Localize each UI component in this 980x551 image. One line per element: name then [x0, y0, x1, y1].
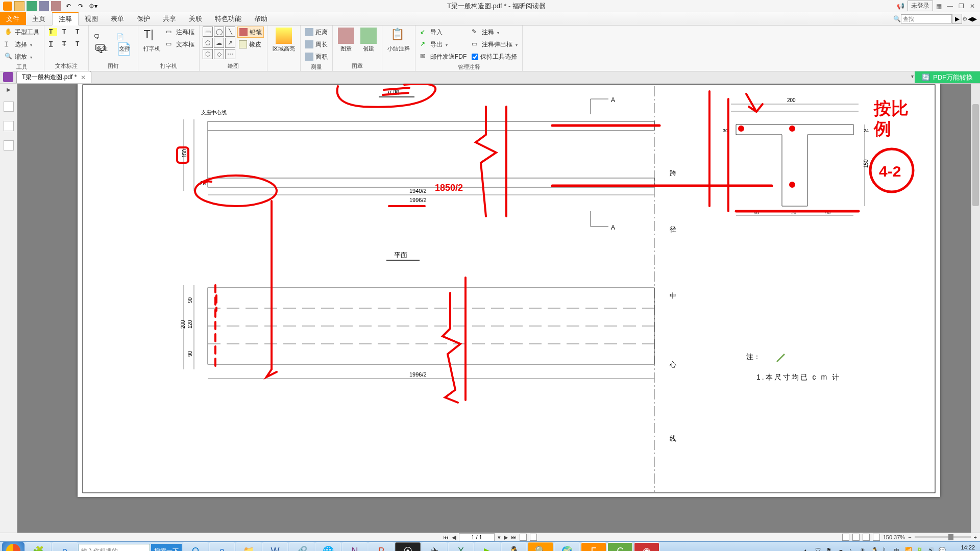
redo-icon[interactable] — [76, 1, 86, 11]
taskbar-powerpoint[interactable]: P — [369, 542, 394, 551]
vertical-scrollbar[interactable] — [971, 84, 980, 533]
login-button[interactable]: 未登录 — [908, 1, 933, 11]
minimize-button[interactable]: — — [944, 3, 955, 10]
taskbar-ie[interactable]: e — [52, 542, 78, 551]
taskbar-qq[interactable]: 🐧 — [501, 542, 527, 551]
mail-fdf-button[interactable]: 邮件发送FDF — [419, 51, 468, 62]
print-icon[interactable] — [39, 1, 49, 11]
page-viewer[interactable]: 跨 径 中 心 线 150 28 支座中心线 1940/2 1996/2 — [17, 84, 971, 533]
pencil-button[interactable]: 铅笔 — [237, 27, 264, 38]
taskbar-browser[interactable]: 🌐 — [315, 542, 341, 551]
taskbar-ie2[interactable]: e — [209, 542, 235, 551]
stamp-button[interactable]: 图章 — [336, 27, 356, 54]
tab-form[interactable]: 表单 — [105, 12, 131, 25]
document-tab[interactable]: T梁一般构造图.pdf * ✕ — [16, 71, 91, 83]
pdf-convert-button[interactable]: 🔄 PDF万能转换 — [915, 71, 980, 83]
taskbar-camtasia[interactable]: C — [607, 542, 633, 551]
create-stamp-button[interactable]: 创建 — [358, 27, 379, 54]
zoom-out-button[interactable]: − — [908, 534, 911, 540]
restore-button[interactable]: ❐ — [955, 3, 967, 10]
zoom-in-button[interactable]: + — [974, 534, 977, 540]
tab-help[interactable]: 帮助 — [248, 12, 274, 25]
taskbar-search-input[interactable]: 输入你想搜的 — [79, 544, 150, 551]
typewriter-button[interactable]: T|打字机 — [141, 27, 162, 54]
comments-panel-icon[interactable] — [4, 140, 14, 151]
qat-settings-icon[interactable]: ▾ — [88, 1, 98, 11]
txt-caret-button[interactable] — [74, 27, 85, 38]
tab-list-dropdown[interactable]: ▾ — [911, 73, 914, 79]
tab-home[interactable]: 主页 — [26, 12, 52, 25]
nav-next-icon[interactable]: ▶ — [972, 15, 977, 22]
shape-picker[interactable]: ▭◯╲ ⬠☁↗ ⬡◇⋯ — [203, 27, 235, 59]
save-icon[interactable] — [27, 1, 37, 11]
tab-protect[interactable]: 保护 — [131, 12, 157, 25]
attach-file-button[interactable]: 📄文件 — [114, 27, 135, 54]
tab-features[interactable]: 特色功能 — [209, 12, 248, 25]
txt-underline-button[interactable] — [47, 39, 59, 50]
news-icon[interactable]: 📢 — [897, 3, 904, 10]
distance-button[interactable]: 距离 — [304, 27, 329, 38]
prev-page-button[interactable]: ◀ — [452, 534, 456, 541]
view-cont-facing-icon[interactable] — [873, 534, 880, 541]
taskbar-media[interactable]: ▶ — [475, 542, 500, 551]
hand-tool-button[interactable]: 手型工具 — [3, 27, 41, 38]
open-icon[interactable] — [14, 1, 24, 11]
perimeter-button[interactable]: 周长 — [304, 39, 329, 50]
taskbar-outlook[interactable]: O — [183, 542, 208, 551]
taskbar-clock[interactable]: 14:22 2020/8/10 — [950, 544, 978, 551]
annot-list-button[interactable]: 注释 — [470, 27, 519, 38]
system-tray[interactable]: ▴ 🛡 ⚑ ☁ ♪ ☀ 🐧 ᛒ 中 📶 🔋 🔊 💬 — [804, 547, 949, 551]
start-page-icon[interactable] — [3, 72, 13, 82]
textbox-button[interactable]: ▭文本框 — [164, 39, 196, 50]
taskbar-app-4[interactable]: 🌍 — [554, 542, 580, 551]
nav-extra2-icon[interactable] — [530, 534, 537, 541]
summary-button[interactable]: 📋小结注释 — [385, 27, 412, 54]
tab-view[interactable]: 视图 — [79, 12, 105, 25]
taskbar-search-button[interactable]: 搜索一下 — [151, 544, 182, 551]
txt-highlight-button[interactable] — [47, 27, 59, 38]
close-button[interactable]: ✕ — [967, 3, 978, 10]
taskbar-foxit[interactable]: F — [581, 542, 606, 551]
taskbar-obs[interactable]: ⦿ — [395, 542, 421, 551]
taskbar-everything[interactable]: 🔍 — [528, 542, 553, 551]
taskbar-onenote[interactable]: N — [342, 542, 368, 551]
txt-squiggly-button[interactable] — [61, 27, 72, 38]
select-tool-button[interactable]: 选择 — [3, 39, 41, 50]
undo-icon[interactable] — [63, 1, 74, 11]
mail-icon[interactable] — [51, 1, 61, 11]
tab-file[interactable]: 文件 — [0, 12, 26, 25]
keep-tool-toggle[interactable]: 保持工具选择 — [470, 51, 519, 62]
txt-strikeout-button[interactable] — [61, 39, 72, 50]
last-page-button[interactable]: ⏭ — [511, 534, 517, 540]
taskbar-word[interactable]: W — [262, 542, 288, 551]
note-button[interactable]: 🗨备注 — [92, 27, 112, 54]
nav-extra1-icon[interactable] — [520, 534, 527, 541]
taskbar-excel[interactable]: X — [448, 542, 474, 551]
tab-share[interactable]: 共享 — [157, 12, 183, 25]
zoom-slider[interactable] — [915, 536, 971, 538]
taskbar-explorer[interactable]: 📁 — [236, 542, 261, 551]
nav-prev-icon[interactable]: ◀ — [968, 15, 972, 22]
start-button[interactable] — [2, 542, 24, 551]
eraser-button[interactable]: 橡皮 — [237, 39, 264, 50]
close-tab-icon[interactable]: ✕ — [81, 74, 86, 81]
first-page-button[interactable]: ⏮ — [443, 534, 449, 540]
taskbar-app-3[interactable]: ✈ — [422, 542, 447, 551]
txt-replace-button[interactable] — [74, 39, 85, 50]
ribbon-search-input[interactable] — [901, 14, 952, 23]
tab-annotate[interactable]: 注释 — [52, 12, 79, 26]
view-facing-icon[interactable] — [863, 534, 870, 541]
expand-panel-icon[interactable]: ▶ — [7, 87, 11, 92]
next-page-button[interactable]: ▶ — [504, 534, 508, 541]
search-settings-icon[interactable] — [962, 15, 968, 22]
taskbar-rec[interactable]: ◉ — [634, 542, 659, 551]
area-button[interactable]: 面积 — [304, 51, 329, 62]
search-go-button[interactable]: ▶ — [952, 14, 962, 24]
area-highlight-button[interactable]: 区域高亮 — [271, 27, 297, 54]
page-dropdown-icon[interactable]: ▾ — [498, 534, 501, 541]
taskbar-app-2[interactable]: 🔗 — [289, 542, 314, 551]
view-cont-icon[interactable] — [852, 534, 860, 541]
callout-button[interactable]: ▭注释框 — [164, 27, 196, 38]
bookmarks-icon[interactable] — [4, 102, 14, 112]
pages-thumb-icon[interactable] — [4, 121, 14, 131]
